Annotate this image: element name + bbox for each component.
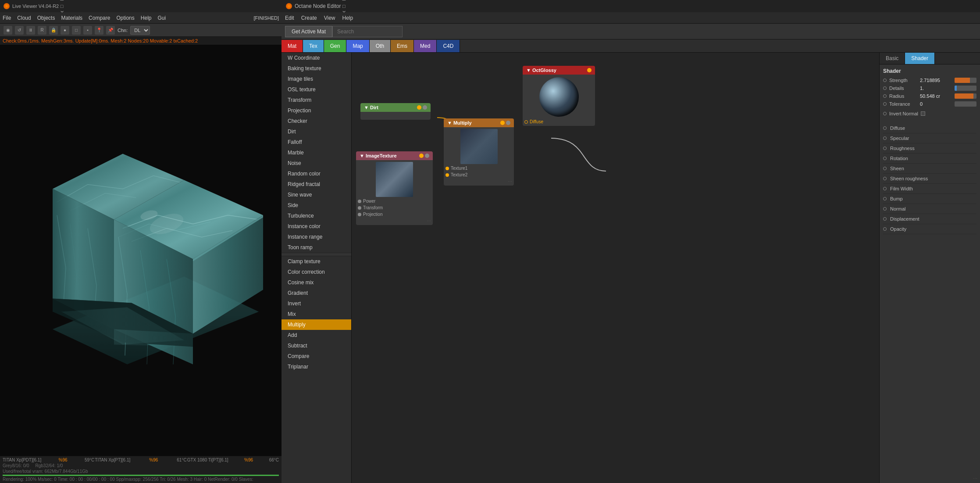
- prop-tolerance-slider[interactable]: [955, 101, 976, 107]
- menu-item-clamp[interactable]: Clamp texture: [282, 256, 351, 267]
- tool-lock-icon[interactable]: 🔒: [49, 26, 58, 35]
- menu-cloud[interactable]: Cloud: [17, 15, 31, 21]
- node-multiply[interactable]: ▼ Multiply Texture1: [444, 118, 514, 186]
- menu-item-wcoord[interactable]: W Coordinate: [282, 53, 351, 63]
- menu-create[interactable]: Create: [301, 15, 317, 21]
- menu-item-baking[interactable]: Baking texture: [282, 63, 351, 74]
- prop-radius-dot[interactable]: [883, 94, 887, 98]
- menu-item-colorcorrection[interactable]: Color correction: [282, 267, 351, 277]
- node-dirt[interactable]: ▼ Dirt: [360, 103, 431, 120]
- port-tex2-dot[interactable]: [445, 173, 449, 177]
- menu-compare[interactable]: Compare: [89, 15, 110, 21]
- minimize-button[interactable]: ─: [59, 0, 65, 3]
- menu-item-toon[interactable]: Toon ramp: [282, 242, 351, 253]
- prop-radius-value[interactable]: 50.548 cr: [920, 93, 953, 99]
- menu-view[interactable]: View: [324, 15, 335, 21]
- tool-refresh-icon[interactable]: ↺: [15, 26, 24, 35]
- menu-item-turbulence[interactable]: Turbulence: [282, 211, 351, 221]
- invert-normal-dot[interactable]: [883, 112, 887, 115]
- menu-item-imagetiles[interactable]: Image tiles: [282, 74, 351, 84]
- node-dirt-output-dot[interactable]: [417, 105, 421, 110]
- menu-item-side[interactable]: Side: [282, 200, 351, 211]
- socket-sheen-dot[interactable]: [883, 167, 887, 170]
- octane-maximize[interactable]: □: [341, 3, 347, 9]
- menu-item-compare[interactable]: Compare: [282, 351, 351, 361]
- socket-diffuse-dot[interactable]: [883, 126, 887, 130]
- tab-basic[interactable]: Basic: [880, 53, 905, 64]
- menu-materials[interactable]: Materials: [61, 15, 82, 21]
- node-image-output-dot[interactable]: [419, 154, 424, 158]
- menu-item-subtract[interactable]: Subtract: [282, 340, 351, 351]
- menu-item-gradient[interactable]: Gradient: [282, 288, 351, 298]
- get-active-mat-button[interactable]: Get Active Mat: [285, 26, 332, 37]
- menu-item-projection[interactable]: Projection: [282, 105, 351, 116]
- menu-item-marble[interactable]: Marble: [282, 147, 351, 158]
- menu-item-checker[interactable]: Checker: [282, 116, 351, 126]
- port-tex1-dot[interactable]: [445, 167, 449, 170]
- menu-item-multiply[interactable]: Multiply: [282, 319, 351, 330]
- menu-item-dirt[interactable]: Dirt: [282, 126, 351, 137]
- socket-bump-dot[interactable]: [883, 197, 887, 200]
- menu-file[interactable]: File: [3, 15, 11, 21]
- viewport[interactable]: [0, 45, 282, 456]
- tab-med[interactable]: Med: [414, 40, 437, 52]
- prop-strength-value[interactable]: 2.718895: [920, 78, 953, 83]
- menu-item-random[interactable]: Random color: [282, 168, 351, 179]
- node-octglossy-output-dot[interactable]: [587, 68, 592, 72]
- resize-icon-multiply[interactable]: ⋯: [508, 179, 512, 184]
- menu-item-mix[interactable]: Mix: [282, 309, 351, 319]
- prop-details-slider[interactable]: [955, 86, 976, 91]
- socket-displacement-dot[interactable]: [883, 217, 887, 221]
- tool-pause-icon[interactable]: ⏸: [26, 26, 35, 35]
- tab-ems[interactable]: Ems: [391, 40, 414, 52]
- tool-live-icon[interactable]: ◉: [4, 26, 12, 35]
- menu-help[interactable]: Help: [141, 15, 152, 21]
- socket-opacity-dot[interactable]: [883, 227, 887, 231]
- node-graph[interactable]: ▼ Dirt ▼ ImageTexture: [352, 53, 879, 483]
- resize-icon-image[interactable]: ⋯: [427, 218, 431, 223]
- tab-oth[interactable]: Oth: [370, 40, 391, 52]
- menu-item-transform[interactable]: Transform: [282, 95, 351, 105]
- tool-sphere-icon[interactable]: ●: [61, 26, 69, 35]
- prop-details-dot[interactable]: [883, 86, 887, 90]
- tab-gen[interactable]: Gen: [324, 40, 347, 52]
- socket-roughness-dot[interactable]: [883, 147, 887, 150]
- prop-details-value[interactable]: 1.: [920, 86, 953, 91]
- menu-item-add[interactable]: Add: [282, 330, 351, 340]
- socket-film-width-dot[interactable]: [883, 187, 887, 190]
- menu-gui[interactable]: Gui: [157, 15, 166, 21]
- panel-resize-handle[interactable]: ⋯: [973, 476, 978, 481]
- tool-reset-icon[interactable]: R: [38, 26, 46, 35]
- menu-help2[interactable]: Help: [342, 15, 353, 21]
- menu-objects[interactable]: Objects: [37, 15, 55, 21]
- menu-item-instancecolor[interactable]: Instance color: [282, 221, 351, 232]
- search-input[interactable]: [332, 26, 403, 37]
- menu-item-instancerange[interactable]: Instance range: [282, 232, 351, 242]
- chn-select[interactable]: DL: [130, 26, 150, 35]
- menu-item-noise[interactable]: Noise: [282, 158, 351, 168]
- tab-shader[interactable]: Shader: [905, 53, 935, 64]
- menu-item-cosine[interactable]: Cosine mix: [282, 277, 351, 288]
- tool-pin-icon[interactable]: 📍: [95, 26, 103, 35]
- socket-normal-dot[interactable]: [883, 207, 887, 211]
- socket-sheen-roughness-dot[interactable]: [883, 177, 887, 180]
- menu-edit[interactable]: Edit: [285, 15, 294, 21]
- menu-item-sine[interactable]: Sine wave: [282, 190, 351, 200]
- tab-tex[interactable]: Tex: [303, 40, 324, 52]
- menu-item-triplanar[interactable]: Triplanar: [282, 361, 351, 372]
- port-diffuse-dot[interactable]: [524, 120, 528, 124]
- node-octglossy[interactable]: ▼ OctGlossy Diffuse: [523, 66, 595, 126]
- tab-c4d[interactable]: C4D: [437, 40, 460, 52]
- tab-map[interactable]: Map: [346, 40, 369, 52]
- menu-item-invert[interactable]: Invert: [282, 298, 351, 309]
- maximize-button[interactable]: □: [59, 3, 65, 9]
- prop-strength-dot[interactable]: [883, 79, 887, 82]
- menu-item-ridged[interactable]: Ridged fractal: [282, 179, 351, 190]
- tool-rect2-icon[interactable]: ▪: [83, 26, 92, 35]
- prop-radius-slider[interactable]: [955, 93, 976, 99]
- tool-rect-icon[interactable]: □: [72, 26, 81, 35]
- menu-options[interactable]: Options: [116, 15, 134, 21]
- menu-item-osl[interactable]: OSL texture: [282, 84, 351, 95]
- prop-tolerance-value[interactable]: 0: [920, 101, 953, 107]
- menu-item-falloff[interactable]: Falloff: [282, 137, 351, 147]
